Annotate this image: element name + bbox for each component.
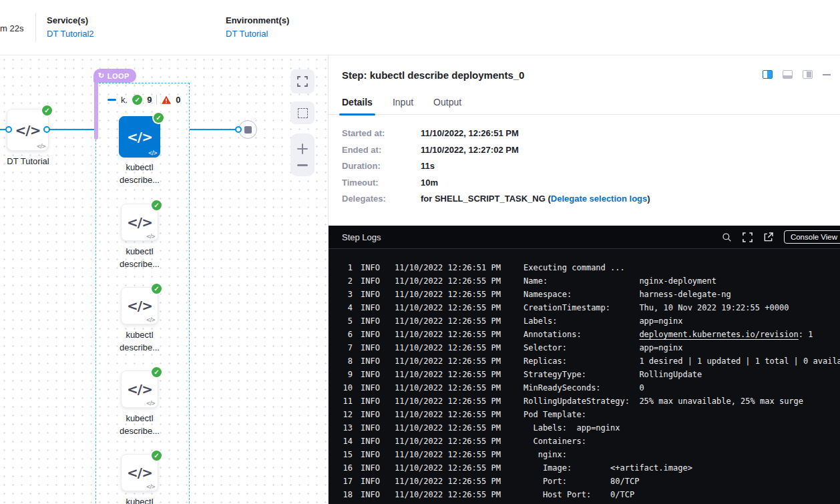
layout-right-icon[interactable] — [803, 70, 813, 79]
logs-actions: Console View — [722, 230, 840, 244]
success-check-icon: ✓ — [42, 105, 52, 115]
log-timestamp: 11/10/2022 12:26:55 PM — [395, 475, 501, 488]
step-logs-title: Step Logs — [342, 232, 381, 242]
code-icon: </> — [15, 122, 41, 138]
loop-group-header: k. ✓ 9 0 — [108, 92, 181, 107]
console-view-button[interactable]: Console View — [784, 230, 840, 244]
log-line-number: 13 — [329, 421, 353, 435]
code-icon-small: </> — [146, 484, 155, 490]
log-line-number: 12 — [329, 408, 353, 421]
log-line: 6 INFO 11/10/2022 12:26:55 PM Annotation… — [329, 328, 840, 341]
step-details: Started at: 11/10/2022, 12:26:51 PM Ende… — [342, 129, 650, 211]
tab-details[interactable]: Details — [342, 93, 373, 114]
log-line-number: 3 — [329, 288, 353, 301]
code-icon-small: </> — [146, 317, 155, 323]
code-icon-small: </> — [146, 401, 155, 407]
execution-header: m 22s Service(s) DT Tutorial2 Environmen… — [0, 0, 840, 55]
step-logs-header: Step Logs Console View — [329, 226, 840, 249]
log-link[interactable]: deployment.kubernetes.io/revision — [639, 330, 798, 339]
log-message: MinReadySeconds: 0 — [523, 381, 644, 395]
log-line: 16 INFO 11/10/2022 12:26:55 PM Image: <+… — [329, 461, 840, 475]
log-message: Annotations: deployment.kubernetes.io/re… — [523, 328, 813, 341]
panel-title: Step: kubectl describe deployments_0 — [342, 69, 524, 81]
layout-split-right-icon[interactable] — [763, 70, 773, 79]
success-count-icon: ✓ — [132, 95, 142, 105]
canvas-fit-button[interactable] — [290, 101, 314, 124]
detail-row-timeout: Timeout: 10m — [342, 178, 650, 188]
stage-node-dt-tutorial[interactable]: </> </> ✓ — [7, 109, 49, 151]
log-line: 5 INFO 11/10/2022 12:26:55 PM Labels: ap… — [329, 314, 840, 328]
log-message: nginx: — [523, 448, 567, 461]
log-level: INFO — [361, 435, 385, 448]
layout-bottom-icon[interactable] — [783, 70, 793, 79]
panel-tabs: Details Input Output — [329, 93, 840, 115]
environment-link[interactable]: DT Tutorial — [226, 29, 289, 39]
log-timestamp: 11/10/2022 12:26:55 PM — [395, 395, 501, 408]
success-check-icon: ✓ — [152, 451, 162, 461]
log-level: INFO — [361, 328, 385, 341]
code-icon: </> — [127, 381, 152, 397]
loop-badge: ↻ LOOP — [93, 69, 136, 83]
log-line-number: 10 — [329, 381, 353, 395]
fullscreen-icon[interactable] — [743, 232, 753, 242]
log-message: Port: 80/TCP — [523, 475, 639, 488]
tab-output[interactable]: Output — [433, 93, 461, 114]
delegate-selection-logs-link[interactable]: Delegate selection logs — [551, 194, 648, 204]
step-label: kubectldescribe... — [99, 328, 180, 354]
code-icon: </> — [127, 214, 152, 230]
log-message: Pod Template: — [523, 408, 586, 421]
code-icon: </> — [127, 465, 152, 481]
log-line: 9 INFO 11/10/2022 12:26:55 PM StrategyTy… — [329, 368, 840, 381]
collapse-icon[interactable] — [108, 99, 116, 101]
log-line-number: 4 — [329, 301, 353, 314]
canvas-fullscreen-button[interactable] — [290, 69, 314, 93]
connector-port — [5, 126, 12, 133]
log-line: 8 INFO 11/10/2022 12:26:55 PM Replicas: … — [329, 354, 840, 368]
success-check-icon: ✓ — [152, 367, 162, 377]
log-message: Name: nginx-deployment — [523, 274, 716, 288]
zoom-out-button[interactable] — [297, 164, 308, 166]
log-message: Replicas: 1 desired | 1 updated | 1 tota… — [523, 354, 840, 368]
log-level: INFO — [361, 408, 385, 421]
service-link[interactable]: DT Tutorial2 — [47, 29, 94, 39]
log-timestamp: 11/10/2022 12:26:55 PM — [395, 274, 501, 288]
step-node-kubectl-describe[interactable]: </> </> ✓ — [119, 116, 160, 158]
log-line-number: 16 — [329, 461, 353, 475]
log-level: INFO — [361, 488, 385, 501]
log-timestamp: 11/10/2022 12:26:55 PM — [395, 381, 501, 395]
pipeline-canvas[interactable]: </> </> ✓ DT Tutorial ↻ LOOP k. ✓ 9 0 </… — [0, 55, 329, 504]
search-icon[interactable] — [722, 232, 732, 242]
code-icon-small: </> — [146, 234, 155, 240]
detail-row-duration: Duration: 11s — [342, 162, 650, 171]
log-timestamp: 11/10/2022 12:26:55 PM — [395, 328, 501, 341]
log-line: 13 INFO 11/10/2022 12:26:55 PM Labels: a… — [329, 421, 840, 435]
log-output[interactable]: 1 INFO 11/10/2022 12:26:51 PM Executing … — [329, 249, 840, 501]
open-in-new-tab-icon[interactable] — [763, 232, 773, 242]
step-node-kubectl-describe[interactable]: </> </> ✓ — [121, 204, 158, 241]
log-message: Selector: app=nginx — [523, 341, 682, 354]
log-timestamp: 11/10/2022 12:26:55 PM — [395, 288, 501, 301]
log-line-number: 7 — [329, 341, 353, 354]
fit-selection-icon — [298, 108, 308, 118]
log-level: INFO — [361, 341, 385, 354]
services-label: Service(s) — [47, 15, 94, 25]
log-level: INFO — [361, 448, 385, 461]
step-node-kubectl-describe[interactable]: </> </> ✓ — [121, 370, 158, 408]
log-level: INFO — [361, 461, 385, 475]
step-details-panel: Step: kubectl describe deployments_0 Det… — [329, 55, 840, 504]
environments-block: Environment(s) DT Tutorial — [226, 15, 289, 39]
log-timestamp: 11/10/2022 12:26:55 PM — [395, 341, 501, 354]
log-level: INFO — [361, 274, 385, 288]
step-node-kubectl-describe[interactable]: </> </> ✓ — [121, 454, 158, 491]
log-line: 7 INFO 11/10/2022 12:26:55 PM Selector: … — [329, 341, 840, 354]
log-line: 2 INFO 11/10/2022 12:26:55 PM Name: ngin… — [329, 274, 840, 288]
tab-input[interactable]: Input — [393, 93, 413, 114]
log-line: 18 INFO 11/10/2022 12:26:55 PM Host Port… — [329, 488, 840, 501]
log-level: INFO — [361, 368, 385, 381]
zoom-in-button[interactable] — [297, 144, 308, 154]
detail-row-delegates: Delegates: for SHELL_SCRIPT_TASK_NG (Del… — [342, 194, 650, 204]
stop-icon — [244, 126, 252, 134]
log-line: 3 INFO 11/10/2022 12:26:55 PM Namespace:… — [329, 288, 840, 301]
step-node-kubectl-describe[interactable]: </> </> ✓ — [121, 287, 158, 324]
minimize-icon[interactable] — [823, 74, 831, 75]
